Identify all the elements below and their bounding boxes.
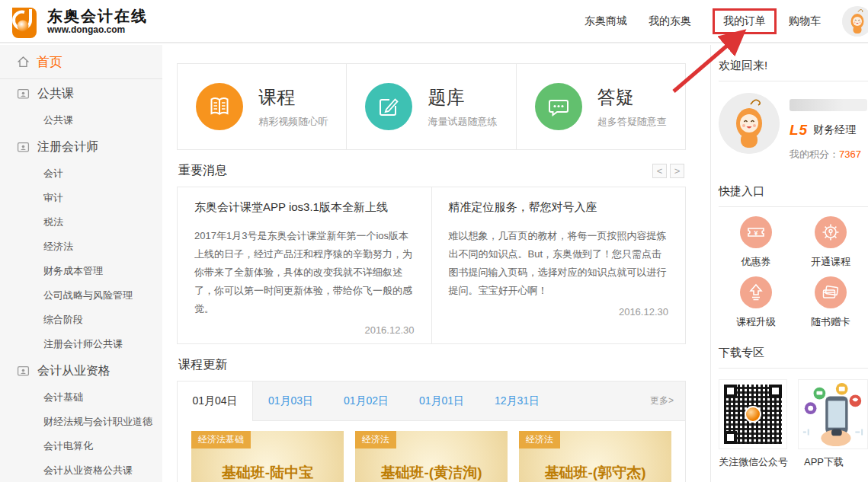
feature-courses[interactable]: 课程 精彩视频随心听 [178,64,347,149]
sidebar-item-accounting-basics[interactable]: 会计基础 [0,385,162,410]
feature-title: 课程 [258,85,328,110]
qr-center-logo [745,406,761,423]
qr-eye [769,385,782,397]
sidebar-item-qualification-public[interactable]: 会计从业资格公共课 [0,458,162,482]
header-avatar[interactable] [842,6,868,37]
tab-date-1231[interactable]: 12月31日 [479,381,555,420]
download-title: 下载专区 [719,332,868,369]
user-level-badge: L5 [790,122,808,139]
quick-entry-activate-course[interactable]: 开通课程 [793,216,868,269]
feature-subtitle: 海量试题随意练 [428,115,497,129]
sidebar-item-finance-law-ethics[interactable]: 财经法规与会计职业道德 [0,410,162,434]
news-title[interactable]: 精准定位服务，帮您对号入座 [449,200,669,215]
qr-eye [724,431,737,444]
user-avatar[interactable] [719,93,780,154]
arrow-up-icon [740,276,772,308]
nav-my-dongao[interactable]: 我的东奥 [649,14,691,28]
news-date: 2016.12.30 [449,306,669,318]
main-content: 课程 精彩视频随心听 题库 海量试题随意练 [177,45,686,482]
tab-date-0101[interactable]: 01月01日 [404,381,479,420]
sidebar-item-comprehensive[interactable]: 综合阶段 [0,308,162,332]
quick-entry-title: 快捷入口 [719,171,868,207]
news-title[interactable]: 东奥会计课堂APP ios3.1版本全新上线 [194,200,415,215]
user-card: L5 财务经理 我的积分：7367 [719,81,868,171]
logo-url: www.dongao.com [47,24,148,35]
sidebar-item-audit[interactable]: 审计 [0,186,162,210]
course-tag: 经济法基础 [191,431,251,448]
dongao-logo-icon [8,5,41,38]
course-tag: 经济法 [519,431,560,448]
sidebar-item-cpa-public[interactable]: 注册会计师公共课 [0,332,162,356]
nav-mall[interactable]: 东奥商城 [585,14,627,28]
course-card-list: 经济法基础 基础班-陆中宝 已更新至第62讲 经济法 基础班-(黄洁洵) 已更新… [178,421,685,482]
news-item: 精准定位服务，帮您对号入座 难以想象，几百页的教材，将每一页按照内容提炼出不同的… [432,187,686,343]
group-label: 注册会计师 [37,139,98,155]
group-label: 会计从业资格 [37,363,111,379]
sidebar-item-accounting[interactable]: 会计 [0,161,162,186]
nav-my-orders[interactable]: 我的订单 [713,8,777,34]
course-title: 基础班-(黄洁洵) [355,463,508,482]
quick-entry-label: 课程升级 [719,315,793,329]
username-redacted [790,99,867,111]
more-link[interactable]: 更多> [650,394,685,407]
tab-date-0102[interactable]: 01月02日 [328,381,404,420]
site-logo[interactable]: 东奥会计在线 www.dongao.com [8,5,148,38]
course-category-icon [17,141,30,154]
coupon-icon: ¥ [740,216,772,248]
group-label: 公共课 [37,86,74,102]
right-sidebar: 欢迎回来! L5 财务经理 [710,45,868,482]
sidebar-item-computerized-accounting[interactable]: 会计电算化 [0,434,162,458]
news-prev-button[interactable]: < [652,164,667,178]
sidebar-item-home[interactable]: 首页 [0,45,162,79]
quick-entry-upgrade-course[interactable]: 课程升级 [719,276,793,329]
nav-cart[interactable]: 购物车 [789,14,821,28]
page-body: 首页 公共课 公共课 注册会计师 会计 审计 税法 经济法 财务成本管理 公司战… [0,45,868,482]
sidebar-item-tax-law[interactable]: 税法 [0,210,162,235]
quick-entry-label: 优惠券 [719,255,793,269]
sidebar-item-financial-cost-mgmt[interactable]: 财务成本管理 [0,259,162,283]
news-item: 东奥会计课堂APP ios3.1版本全新上线 2017年1月3号是东奥会计课堂新… [178,187,432,343]
feature-title: 题库 [428,85,497,110]
news-date: 2016.12.30 [194,324,415,336]
course-card[interactable]: 经济法 基础班-(郭守杰) 已更新完毕，共67讲 [519,431,671,482]
date-tab-bar: 01月04日 01月03日 01月02日 01月01日 12月31日 更多> [178,381,685,421]
sidebar-group-qualification[interactable]: 会计从业资格 [0,356,162,385]
app-download-label: APP下载 [799,455,844,469]
header-nav: 东奥商城 我的东奥 我的订单 购物车 [585,6,868,37]
wechat-qr-label: 关注微信公众号 [719,455,799,469]
points-value: 7367 [839,148,861,160]
sidebar-home-label: 首页 [37,53,62,71]
wechat-qr-code[interactable] [719,379,787,449]
header: 东奥会计在线 www.dongao.com 东奥商城 我的东奥 我的订单 购物车 [0,0,868,43]
feature-question-bank[interactable]: 题库 海量试题随意练 [347,64,516,149]
sidebar-item-strategy-risk[interactable]: 公司战略与风险管理 [0,283,162,308]
points-row: 我的积分：7367 [790,148,867,161]
course-book-icon [196,83,243,130]
logo-title: 东奥会计在线 [47,8,148,24]
sidebar-item-public-course[interactable]: 公共课 [0,108,162,132]
download-row [719,369,868,455]
download-labels: 关注微信公众号 APP下载 [719,455,868,469]
sidebar-item-economic-law[interactable]: 经济法 [0,235,162,259]
question-bank-pencil-icon [365,83,412,130]
mascot-avatar-icon [719,93,780,154]
gift-card-icon [815,276,847,308]
svg-text:¥: ¥ [754,229,757,237]
sidebar-group-public-course[interactable]: 公共课 [0,79,162,108]
course-card[interactable]: 经济法基础 基础班-陆中宝 已更新至第62讲 [191,431,344,482]
app-download-image[interactable] [798,379,868,449]
course-card[interactable]: 经济法 基础班-(黄洁洵) 已更新完毕，共71讲 [355,431,508,482]
quick-entry-grid: ¥ 优惠券 开通课程 [719,207,868,332]
tab-date-0104[interactable]: 01月04日 [178,381,253,421]
tab-date-0103[interactable]: 01月03日 [253,381,328,420]
quick-entry-coupons[interactable]: ¥ 优惠券 [719,216,793,269]
welcome-title: 欢迎回来! [719,45,868,81]
home-icon [17,56,30,69]
sidebar-group-cpa[interactable]: 注册会计师 [0,132,162,161]
quick-entry-label: 随书赠卡 [793,315,868,329]
feature-title: 答疑 [597,85,667,110]
quick-entry-gift-card[interactable]: 随书赠卡 [793,276,868,329]
user-role: 财务经理 [813,123,856,137]
feature-qa[interactable]: 答疑 超多答疑随意查 [517,64,685,149]
news-next-button[interactable]: > [670,164,684,178]
